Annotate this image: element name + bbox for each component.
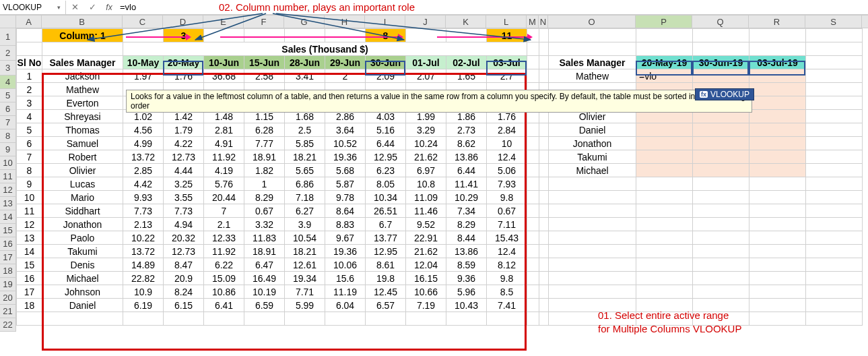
cell[interactable]	[17, 42, 42, 56]
cell[interactable]: 11	[487, 29, 527, 42]
cell[interactable]	[527, 204, 539, 218]
cell[interactable]: 8.24	[164, 285, 204, 299]
cell[interactable]: 10.29	[446, 191, 487, 204]
cell[interactable]	[806, 191, 863, 204]
cell[interactable]: 11.19	[325, 285, 366, 299]
cell[interactable]	[806, 42, 863, 56]
cell[interactable]	[749, 285, 806, 299]
select-all-corner[interactable]	[0, 16, 16, 28]
col-header-J[interactable]: J	[405, 16, 446, 28]
cell[interactable]: 2.1	[204, 218, 244, 231]
cell[interactable]: 13.77	[366, 231, 406, 245]
cell[interactable]: 15	[17, 258, 42, 272]
row-header-17[interactable]: 17	[0, 251, 15, 264]
cell[interactable]	[806, 285, 863, 299]
cell[interactable]: 8.61	[366, 258, 406, 272]
cell[interactable]: 10.9	[123, 285, 164, 299]
cell[interactable]	[527, 123, 539, 137]
cell[interactable]: 9.67	[325, 231, 366, 245]
cell[interactable]: 10.66	[406, 285, 446, 299]
cell[interactable]: 29-Jun	[325, 56, 366, 69]
cell[interactable]	[539, 69, 549, 83]
cell[interactable]: Thomas	[42, 123, 123, 137]
cell[interactable]	[527, 164, 539, 177]
cell[interactable]: 6.41	[204, 299, 244, 312]
cell[interactable]: 8.05	[366, 177, 406, 191]
cell[interactable]: 7.11	[487, 218, 527, 231]
cell[interactable]	[636, 231, 693, 245]
cell[interactable]: 5.65	[285, 164, 325, 177]
cell[interactable]: 2.73	[446, 123, 487, 137]
cell[interactable]: 3.41	[285, 69, 325, 83]
col-header-F[interactable]: F	[244, 16, 284, 28]
cell[interactable]	[549, 245, 636, 258]
col-header-H[interactable]: H	[325, 16, 365, 28]
cell[interactable]	[446, 312, 487, 326]
cell[interactable]	[325, 29, 366, 42]
cell[interactable]: 8.29	[446, 218, 487, 231]
cell[interactable]: 6.44	[446, 164, 487, 177]
cell[interactable]	[806, 96, 863, 110]
cell[interactable]: 2	[17, 83, 42, 96]
cell[interactable]: 7.34	[446, 204, 487, 218]
cell[interactable]	[549, 218, 636, 231]
cell[interactable]: Lucas	[42, 177, 123, 191]
cell[interactable]: 21.62	[406, 245, 446, 258]
cell[interactable]: 6.23	[366, 164, 406, 177]
cell[interactable]: 13.86	[446, 245, 487, 258]
row-header-19[interactable]: 19	[0, 278, 15, 291]
cell[interactable]: 6.86	[285, 177, 325, 191]
row-header-13[interactable]: 13	[0, 197, 15, 210]
cell[interactable]: 11.09	[406, 191, 446, 204]
col-header-N[interactable]: N	[539, 16, 548, 28]
cell[interactable]: 11.83	[244, 231, 285, 245]
cell[interactable]	[527, 150, 539, 164]
cell[interactable]	[204, 312, 244, 326]
cell[interactable]	[123, 29, 164, 42]
cell[interactable]	[693, 204, 749, 218]
cell[interactable]: 1	[244, 177, 285, 191]
cell[interactable]	[539, 42, 549, 56]
cell[interactable]: 5.06	[487, 164, 527, 177]
cell[interactable]	[527, 285, 539, 299]
cell[interactable]: Sales Manager	[549, 56, 636, 69]
cell[interactable]	[749, 164, 806, 177]
cell[interactable]	[549, 258, 636, 272]
cell[interactable]: 8.12	[487, 258, 527, 272]
row-header-15[interactable]: 15	[0, 224, 15, 237]
cell[interactable]: 13.72	[123, 245, 164, 258]
cell[interactable]: Mario	[42, 191, 123, 204]
cell[interactable]	[749, 272, 806, 285]
cell[interactable]: Sl No	[17, 56, 42, 69]
cell[interactable]	[693, 218, 749, 231]
cell[interactable]	[539, 312, 549, 326]
cell[interactable]: 7.18	[285, 191, 325, 204]
cell[interactable]: 3	[17, 96, 42, 110]
cell[interactable]	[636, 164, 693, 177]
cell[interactable]	[693, 177, 749, 191]
cell[interactable]	[539, 56, 549, 69]
cell[interactable]: 6.19	[123, 299, 164, 312]
vlookup-autocomplete[interactable]: fx VLOOKUP	[695, 88, 754, 100]
cell[interactable]: 12.73	[164, 150, 204, 164]
col-header-L[interactable]: L	[486, 16, 527, 28]
cell[interactable]: 4.99	[123, 137, 164, 150]
cell[interactable]: 5.85	[285, 137, 325, 150]
row-header-9[interactable]: 9	[0, 143, 15, 156]
cell[interactable]: 10	[487, 137, 527, 150]
cell[interactable]: 8.59	[446, 258, 487, 272]
row-header-18[interactable]: 18	[0, 264, 15, 278]
cell[interactable]	[693, 29, 749, 42]
cell[interactable]: 13.86	[446, 150, 487, 164]
cell[interactable]	[693, 123, 749, 137]
cell[interactable]	[749, 177, 806, 191]
accept-formula-button[interactable]: ✓	[84, 1, 101, 14]
cell[interactable]: Mathew	[549, 69, 636, 83]
cell[interactable]	[527, 137, 539, 150]
cell[interactable]: 12.73	[164, 245, 204, 258]
cell[interactable]: 10.52	[325, 137, 366, 150]
cell[interactable]: 8.83	[325, 218, 366, 231]
cell[interactable]: 6.7	[366, 218, 406, 231]
cell[interactable]	[749, 299, 806, 312]
cell[interactable]: 12.61	[285, 258, 325, 272]
